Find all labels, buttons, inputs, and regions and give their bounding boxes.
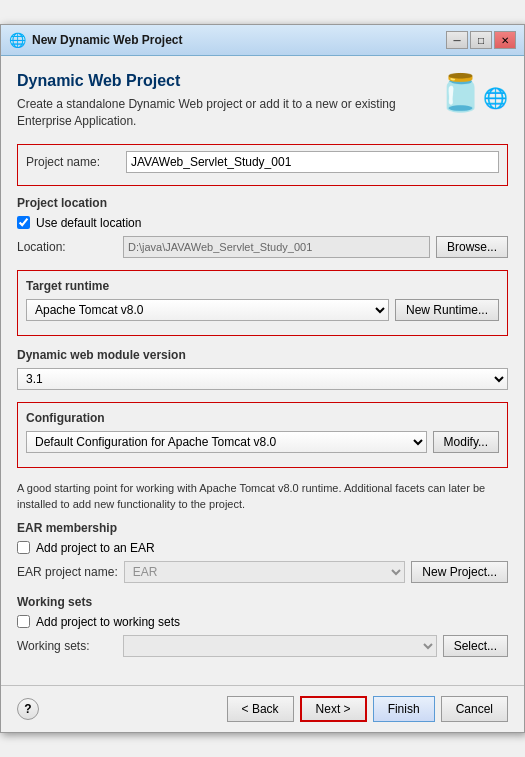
configuration-title: Configuration [26, 411, 499, 425]
dynamic-web-module-section: Dynamic web module version 3.1 3.0 2.5 [17, 348, 508, 390]
add-to-ear-checkbox[interactable] [17, 541, 30, 554]
use-default-location-row: Use default location [17, 216, 508, 230]
target-runtime-select[interactable]: Apache Tomcat v8.0 [26, 299, 389, 321]
close-button[interactable]: ✕ [494, 31, 516, 49]
add-to-working-sets-row: Add project to working sets [17, 615, 508, 629]
target-runtime-title: Target runtime [26, 279, 499, 293]
ear-membership-section: EAR membership Add project to an EAR EAR… [17, 521, 508, 583]
working-sets-row: Working sets: Select... [17, 635, 508, 657]
back-button[interactable]: < Back [227, 696, 294, 722]
working-sets-label: Working sets: [17, 639, 117, 653]
working-sets-title: Working sets [17, 595, 508, 609]
configuration-description: A good starting point for working with A… [17, 480, 508, 513]
add-to-ear-row: Add project to an EAR [17, 541, 508, 555]
help-button[interactable]: ? [17, 698, 39, 720]
browse-button[interactable]: Browse... [436, 236, 508, 258]
dynamic-web-module-title: Dynamic web module version [17, 348, 508, 362]
title-bar-controls: ─ □ ✕ [446, 31, 516, 49]
footer-left: ? [17, 698, 39, 720]
window-icon: 🌐 [9, 32, 26, 48]
use-default-location-label: Use default location [36, 216, 141, 230]
configuration-row: Default Configuration for Apache Tomcat … [26, 431, 499, 453]
minimize-button[interactable]: ─ [446, 31, 468, 49]
new-runtime-button[interactable]: New Runtime... [395, 299, 499, 321]
footer-right: < Back Next > Finish Cancel [227, 696, 508, 722]
dynamic-web-module-select[interactable]: 3.1 3.0 2.5 [17, 368, 508, 390]
project-name-label: Project name: [26, 155, 126, 169]
finish-button[interactable]: Finish [373, 696, 435, 722]
ear-project-row: EAR project name: EAR New Project... [17, 561, 508, 583]
cancel-button[interactable]: Cancel [441, 696, 508, 722]
page-description: Create a standalone Dynamic Web project … [17, 96, 417, 130]
add-to-working-sets-checkbox[interactable] [17, 615, 30, 628]
project-name-row: Project name: [26, 151, 499, 173]
working-sets-select[interactable] [123, 635, 437, 657]
ear-project-select[interactable]: EAR [124, 561, 406, 583]
use-default-location-checkbox[interactable] [17, 216, 30, 229]
header-text-block: Dynamic Web Project Create a standalone … [17, 72, 417, 130]
add-to-ear-label: Add project to an EAR [36, 541, 155, 555]
restore-button[interactable]: □ [470, 31, 492, 49]
project-name-input[interactable] [126, 151, 499, 173]
ear-membership-title: EAR membership [17, 521, 508, 535]
page-title: Dynamic Web Project [17, 72, 417, 90]
location-row: Location: Browse... [17, 236, 508, 258]
location-label: Location: [17, 240, 117, 254]
project-name-section: Project name: [17, 144, 508, 186]
configuration-section: Configuration Default Configuration for … [17, 402, 508, 468]
project-location-section: Project location Use default location Lo… [17, 196, 508, 258]
ear-project-label: EAR project name: [17, 565, 118, 579]
content-area: Dynamic Web Project Create a standalone … [1, 56, 524, 685]
add-to-working-sets-label: Add project to working sets [36, 615, 180, 629]
page-icon: 🫙🌐 [438, 72, 508, 114]
title-bar: 🌐 New Dynamic Web Project ─ □ ✕ [1, 25, 524, 56]
project-location-title: Project location [17, 196, 508, 210]
window-title: New Dynamic Web Project [32, 33, 440, 47]
configuration-select[interactable]: Default Configuration for Apache Tomcat … [26, 431, 427, 453]
target-runtime-section: Target runtime Apache Tomcat v8.0 New Ru… [17, 270, 508, 336]
footer: ? < Back Next > Finish Cancel [1, 685, 524, 732]
working-sets-section: Working sets Add project to working sets… [17, 595, 508, 657]
window: 🌐 New Dynamic Web Project ─ □ ✕ Dynamic … [0, 24, 525, 733]
select-working-sets-button[interactable]: Select... [443, 635, 508, 657]
modify-button[interactable]: Modify... [433, 431, 499, 453]
next-button[interactable]: Next > [300, 696, 367, 722]
target-runtime-row: Apache Tomcat v8.0 New Runtime... [26, 299, 499, 321]
location-input[interactable] [123, 236, 430, 258]
page-header: Dynamic Web Project Create a standalone … [17, 72, 508, 130]
dynamic-web-module-row: 3.1 3.0 2.5 [17, 368, 508, 390]
new-project-button[interactable]: New Project... [411, 561, 508, 583]
